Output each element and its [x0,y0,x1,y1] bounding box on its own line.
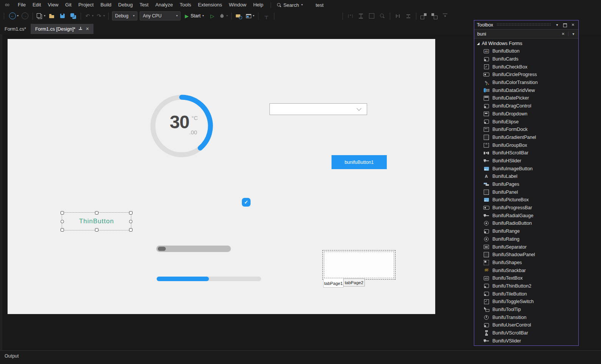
selection-handle[interactable] [61,220,64,223]
toggle-checkbox-control[interactable]: ✓ [242,198,251,207]
toolbox-item-bunifudatagridview[interactable]: BunifuDataGridView [474,86,578,94]
selection-handle[interactable] [129,228,132,232]
clear-search-icon[interactable]: ✕ [561,32,566,36]
search-box[interactable]: Search ▾ [275,2,305,8]
toolbox-item-bunifuthinbutton2[interactable]: BunifuThinButton2 [474,282,578,290]
progress-bar-control[interactable] [157,277,261,281]
size-to-grid-icon[interactable] [366,11,377,20]
toolbox-item-bunifurange[interactable]: BunifuRange [474,227,578,235]
toolbox-item-bunifucolortransition[interactable]: BunifuColorTransition [474,79,578,87]
toolbox-item-bunifudatepicker[interactable]: BunifuDatePicker [474,94,578,102]
expander-icon[interactable] [477,42,480,45]
document-tab-2[interactable]: Form1.cs [Design]*✕ [31,24,94,34]
toolbox-drag-grip[interactable] [497,23,551,26]
selection-handle[interactable] [95,228,98,232]
solution-platform-combo[interactable]: Any CPU▾ [140,11,181,20]
align-middles-icon[interactable] [319,11,330,20]
hslider-control[interactable] [156,246,231,252]
navigate-back-icon[interactable]: ←▾ [8,11,20,20]
selection-handle[interactable] [129,211,132,215]
window-position-caret-icon[interactable]: ▾ [554,23,560,27]
toolbar-overflow-icon[interactable]: ▾ [440,11,450,20]
toolbox-item-bunifupanel[interactable]: BunifuPanel [474,188,578,196]
toolbox-item-bunifucheckbox[interactable]: BunifuCheckBox [474,63,578,71]
toolbox-item-bunifuseparator[interactable]: BunifuSeparator [474,243,578,251]
send-to-back-icon[interactable] [429,11,440,20]
toolbox-header[interactable]: Toolbox ▾ ✕ [474,20,578,29]
toolbox-item-bunifupages[interactable]: BunifuPages [474,180,578,188]
horizontal-spacing-icon[interactable] [392,11,403,20]
bring-to-front-icon[interactable] [419,11,429,20]
zoom-icon[interactable] [377,11,388,20]
search-options-caret-icon[interactable]: ▾ [571,32,576,36]
toolbox-item-bunifurating[interactable]: BunifuRating [474,235,578,243]
toolbox-item-bunifubutton[interactable]: BunifuButton [474,47,578,55]
selection-handle[interactable] [61,211,64,215]
toolbox-item-bunifutilebutton[interactable]: BunifuTileButton [474,290,578,298]
align-tops-icon[interactable] [308,11,319,20]
form-designer-canvas[interactable]: 30 °C .00 bunifuButton1 ✓ ThinButton [8,39,435,314]
toolbox-item-bunifucards[interactable]: BunifuCards [474,55,578,63]
menu-item-debug[interactable]: Debug [115,0,136,10]
menu-item-edit[interactable]: Edit [29,0,44,10]
navigate-forward-icon[interactable]: → [20,11,30,20]
toolbox-item-bunifulabel[interactable]: BunifuLabel [474,173,578,180]
selection-handle[interactable] [95,211,98,215]
toolbox-item-bunifuformdock[interactable]: BunifuFormDock [474,126,578,134]
menu-item-tools[interactable]: Tools [176,0,195,10]
menu-item-extensions[interactable]: Extensions [195,0,226,10]
tab-page-2[interactable]: tabPage2 [343,278,365,286]
toolbar-grip[interactable] [3,12,5,19]
live-preview-window-icon[interactable]: ▾ [244,11,255,20]
toolbox-item-bunifuvscrollbar[interactable]: BunifuVScrollBar [474,329,578,337]
toolbox-item-bunifugroupbox[interactable]: BunifuGroupBox [474,141,578,149]
start-without-debugging-icon[interactable]: ▷ [207,11,218,20]
save-all-icon[interactable] [68,11,78,20]
toolbox-search-input[interactable] [476,31,558,37]
toolbox-item-bunifutransition[interactable]: BunifuTransition [474,313,578,321]
toolbox-item-bunifuimagebutton[interactable]: BunifuImageButton [474,165,578,173]
circle-progress-control[interactable]: 30 °C .00 [148,92,216,160]
toolbox-item-bunifushapes[interactable]: BunifuShapes [474,259,578,267]
toolbox-item-bunifuradiobutton[interactable]: BunifuRadioButton [474,219,578,227]
close-icon[interactable]: ✕ [570,23,576,27]
find-in-files-icon[interactable] [234,11,244,20]
save-icon[interactable] [57,11,68,20]
selection-handle[interactable] [129,220,132,223]
toolbox-group-all-windows-forms[interactable]: All Windows Forms [474,40,578,47]
dropdown-control[interactable] [269,103,367,115]
menu-item-build[interactable]: Build [97,0,115,10]
toolbox-item-bunifucircleprogress[interactable]: BunifuCircleProgress [474,71,578,79]
selection-handle[interactable] [61,228,64,232]
menu-item-test[interactable]: Test [136,0,152,10]
align-rights-icon[interactable] [298,11,308,20]
toolbox-item-bunifutoggleswitch[interactable]: BunifuToggleSwitch [474,298,578,306]
pages-control[interactable] [322,250,395,280]
tab-page-1[interactable]: tabPage1 [323,279,344,288]
menu-item-help[interactable]: Help [250,0,267,10]
toolbox-item-bunifupicturebox[interactable]: BunifuPictureBox [474,196,578,204]
toolbox-item-bunifuvslider[interactable]: BunifuVSlider [474,337,578,345]
toolbox-item-bunifudragcontrol[interactable]: BunifuDragControl [474,102,578,110]
document-tab-1[interactable]: Form1.cs* [0,24,31,34]
toolbox-item-bunifuelipse[interactable]: BunifuElipse [474,118,578,126]
toolbox-item-bunifuradialgauge[interactable]: BunifuRadialGauge [474,212,578,219]
toolbox-item-bunifugradientpanel[interactable]: BunifuGradientPanel [474,134,578,142]
slider-thumb[interactable] [158,247,166,251]
new-project-icon[interactable]: ▾ [35,11,47,20]
bunifu-button[interactable]: bunifuButton1 [332,155,387,169]
toolbox-item-bunifutooltip[interactable]: BunifuToolTip [474,306,578,314]
maximize-icon[interactable] [562,23,568,27]
align-lefts-icon[interactable] [277,11,287,20]
output-panel-bar[interactable]: Output [0,350,601,364]
toolbox-item-bunifuusercontrol[interactable]: BunifuUserControl [474,321,578,329]
toolbox-item-bunifuhscrollbar[interactable]: BunifuHScrollBar [474,149,578,157]
pin-icon[interactable] [78,27,83,31]
toolbox-item-bunifuprogressbar[interactable]: BunifuProgressBar [474,204,578,212]
start-debug-button[interactable]: ▶Start▾ [182,11,207,20]
toolbox-item-bunifushadowpanel[interactable]: BunifuShadowPanel [474,251,578,259]
solution-configuration-combo[interactable]: Debug▾ [112,11,137,20]
menu-item-project[interactable]: Project [75,0,97,10]
menu-item-window[interactable]: Window [226,0,250,10]
menu-item-view[interactable]: View [44,0,62,10]
